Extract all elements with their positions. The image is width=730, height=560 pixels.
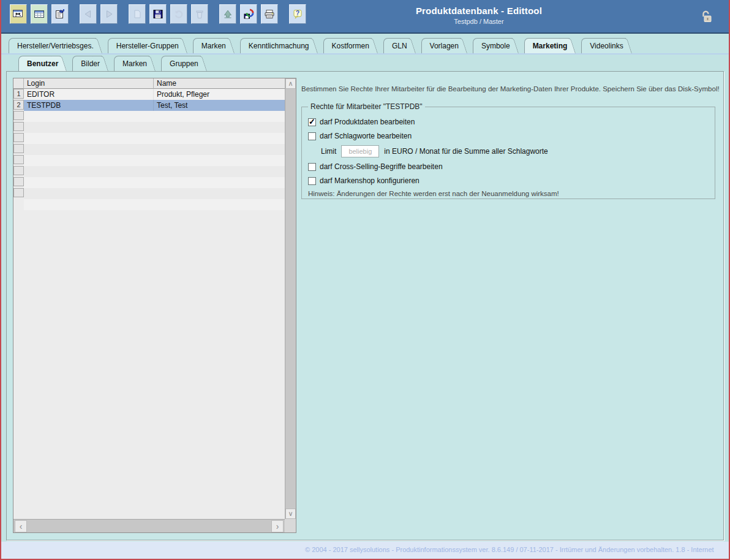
tab-vorlagen[interactable]: Vorlagen	[421, 38, 461, 53]
login-cell: EDITOR	[24, 89, 154, 100]
name-cell: Test, Test	[154, 100, 285, 111]
scroll-left-icon[interactable]: ‹	[15, 520, 27, 532]
title-block: Produktdatenbank - Edittool Testpdb / Ma…	[344, 6, 614, 25]
table-row[interactable]: 1 EDITOR Produkt, Pfleger	[13, 89, 285, 100]
subtab-gruppen[interactable]: Gruppen	[161, 56, 201, 71]
new-page-icon	[131, 8, 143, 20]
help-bubble-icon: ?	[292, 8, 304, 20]
help-button[interactable]: ?	[289, 4, 306, 24]
edit-document-icon	[54, 8, 66, 20]
scroll-right-icon[interactable]: ›	[271, 520, 284, 532]
checkbox-schlagworte[interactable]	[308, 132, 316, 140]
tab-hersteller-vertriebsges[interactable]: Hersteller/Vertriebsges.	[9, 38, 96, 53]
toolbar: ?	[10, 4, 310, 24]
row-number-header	[13, 78, 24, 89]
status-text: © 2004 - 2017 sellysolutions - Produktin…	[1, 542, 729, 553]
table-row[interactable]: 2 TESTPDB Test, Test	[13, 100, 285, 111]
checkbox-row-produktdaten: darf Produktdaten bearbeiten	[308, 117, 710, 127]
main-tab-bar: Hersteller/Vertriebsges. Hersteller-Grup…	[1, 34, 729, 53]
undo-icon	[173, 8, 185, 20]
sub-tab-bar: Benutzer Bilder Marken Gruppen	[1, 55, 729, 71]
print-button[interactable]	[261, 4, 278, 24]
forward-button[interactable]	[100, 4, 118, 24]
scroll-up-icon[interactable]: ∧	[285, 78, 296, 89]
row-number: 1	[13, 89, 24, 99]
save-button[interactable]	[149, 4, 167, 24]
table-header: Login Name	[13, 78, 285, 89]
arrow-right-icon	[103, 8, 115, 20]
colored-disk-icon	[243, 8, 255, 20]
arrow-left-icon	[82, 8, 94, 20]
printer-icon	[263, 8, 276, 20]
app-subtitle: Testpdb / Master	[344, 18, 614, 25]
undo-button[interactable]	[170, 4, 187, 24]
svg-text:?: ?	[296, 9, 299, 17]
new-button[interactable]	[129, 4, 146, 24]
login-cell: TESTPDB	[24, 100, 154, 111]
status-bar: © 2004 - 2017 sellysolutions - Produktin…	[1, 542, 729, 559]
tab-marketing[interactable]: Marketing	[524, 38, 570, 53]
publish-button[interactable]	[240, 4, 257, 24]
name-cell: Produkt, Pfleger	[154, 89, 285, 100]
table-view-button[interactable]	[31, 4, 48, 24]
arrow-up-icon	[222, 8, 234, 20]
subtab-bilder[interactable]: Bilder	[72, 56, 102, 71]
instruction-text: Bestimmen Sie Rechte Ihrer Mitarbeiter f…	[301, 85, 724, 93]
fieldset-legend: Rechte für Mitarbeiter "TESTPDB"	[308, 102, 425, 111]
table-icon	[33, 8, 45, 20]
horizontal-scrollbar[interactable]: ‹ ›	[13, 519, 285, 532]
search-button[interactable]	[10, 4, 27, 24]
delete-button[interactable]	[191, 4, 208, 24]
checkbox-label: darf Markenshop konfigurieren	[320, 176, 420, 185]
checkbox-row-markenshop: darf Markenshop konfigurieren	[308, 176, 710, 186]
limit-suffix: in EURO / Monat für die Summe aller Schl…	[384, 147, 548, 156]
back-button[interactable]	[80, 4, 97, 24]
limit-row: Limit in EURO / Monat für die Summe alle…	[321, 145, 710, 157]
rights-panel: Bestimmen Sie Rechte Ihrer Mitarbeiter f…	[301, 85, 724, 199]
trash-icon	[194, 8, 206, 20]
tab-kostformen[interactable]: Kostformen	[323, 38, 372, 53]
content-panel: Login Name 1 EDITOR Produkt, Pfleger 2 T…	[6, 71, 724, 540]
subtab-benutzer[interactable]: Benutzer	[18, 56, 61, 71]
vertical-scrollbar[interactable]: ∧ ∨	[285, 78, 296, 519]
empty-row-numbers	[13, 111, 24, 199]
limit-input[interactable]	[341, 145, 379, 157]
scrollbar-corner	[285, 519, 296, 532]
checkbox-row-cross-selling: darf Cross-Selling-Begriffe bearbeiten	[308, 162, 710, 172]
checkbox-markenshop[interactable]	[308, 177, 316, 185]
tab-kenntlichmachung[interactable]: Kenntlichmachung	[240, 38, 312, 53]
tab-gln[interactable]: GLN	[383, 38, 410, 53]
login-column-header[interactable]: Login	[24, 78, 154, 89]
checkbox-row-schlagworte: darf Schlagworte bearbeiten	[308, 131, 710, 141]
rights-fieldset: Rechte für Mitarbeiter "TESTPDB" darf Pr…	[301, 102, 715, 199]
checkbox-cross-selling[interactable]	[308, 163, 316, 171]
tab-marken[interactable]: Marken	[193, 38, 228, 53]
subtab-marken[interactable]: Marken	[114, 56, 149, 71]
tab-symbole[interactable]: Symbole	[473, 38, 513, 53]
checkbox-label: darf Produktdaten bearbeiten	[320, 118, 415, 126]
app-title: Produktdatenbank - Edittool	[344, 6, 614, 16]
tab-videolinks[interactable]: Videolinks	[581, 38, 625, 53]
checkbox-label: darf Cross-Selling-Begriffe bearbeiten	[320, 162, 443, 171]
row-number: 2	[13, 100, 24, 110]
checkbox-produktdaten[interactable]	[308, 118, 316, 126]
limit-label: Limit	[321, 147, 336, 156]
app-window: ? Produktdatenbank - Edittool Testpdb / …	[0, 0, 730, 560]
floppy-disk-icon	[152, 8, 164, 20]
name-column-header[interactable]: Name	[154, 78, 285, 89]
header: ? Produktdatenbank - Edittool Testpdb / …	[1, 0, 729, 34]
tab-hersteller-gruppen[interactable]: Hersteller-Gruppen	[108, 38, 181, 53]
user-table: Login Name 1 EDITOR Produkt, Pfleger 2 T…	[13, 78, 296, 533]
scroll-down-icon[interactable]: ∨	[285, 509, 296, 519]
checkbox-label: darf Schlagworte bearbeiten	[320, 132, 412, 140]
search-window-icon	[12, 8, 24, 20]
properties-button[interactable]	[51, 4, 69, 24]
export-button[interactable]	[219, 4, 236, 24]
hint-text: Hinweis: Änderungen der Rechte werden er…	[308, 190, 710, 197]
unlocked-padlock-icon	[698, 8, 714, 28]
